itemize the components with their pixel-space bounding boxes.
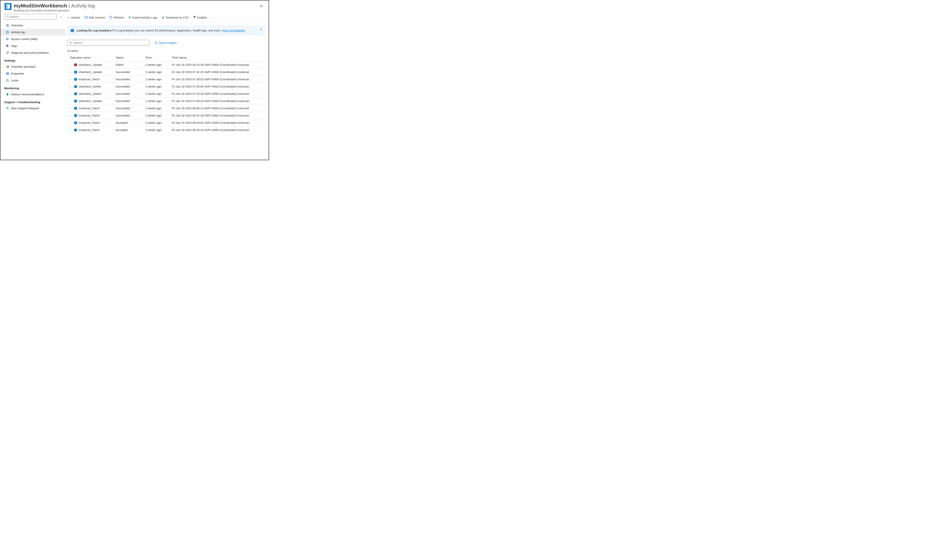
timestamp-cell: Fri Jan 20 2023 07:38:53 GMT+0000 (Coord… [172,78,265,81]
status-cell: Succeeded [116,70,145,74]
expand-row-icon[interactable]: › [70,78,74,81]
svg-rect-25 [86,16,88,17]
toolbar-more-button[interactable]: ··· [211,15,215,20]
logs-search[interactable] [67,40,149,46]
toolbar-label: Edit columns [89,16,105,19]
sidebar-search-input[interactable] [10,15,55,18]
table-row[interactable]: ›iinstances_PatchSucceeded2 weeks agoFri… [67,112,265,119]
export-logs-button[interactable]: Export Activity Logs [128,16,157,19]
quick-insights-button[interactable]: Quick Insights [154,41,177,45]
time-cell: 2 weeks ago [145,106,172,110]
table-row[interactable]: ›iinstances_PatchSucceeded2 weeks agoFri… [67,105,265,112]
timestamp-cell: Fri Jan 20 2023 06:58:13 GMT+0000 (Coord… [172,106,265,110]
status-icon: i [74,100,77,103]
banner-title: Looking for Log Analytics? [76,29,113,32]
sidebar-item-properties[interactable]: Properties [0,70,65,77]
collapse-sidebar-button[interactable]: « [60,15,62,18]
operation-name: chambers_Delete [79,85,101,88]
edit-columns-button[interactable]: Edit columns [85,16,105,19]
expand-row-icon[interactable]: › [70,63,74,66]
banner-close-button[interactable]: ✕ [260,28,262,31]
sidebar-item-label: Diagnose and solve problems [11,51,49,54]
status-icon: i [74,129,77,132]
refresh-button[interactable]: Refresh [110,16,124,19]
toolbar-label: Refresh [114,16,124,19]
status-cell: Succeeded [116,92,145,95]
sidebar-item-label: Chamber (preview) [11,65,35,68]
svg-point-13 [7,45,7,46]
title-separator: | [68,3,70,9]
sidebar-item-advisor[interactable]: Advisor recommendations [0,91,65,98]
sidebar-item-activity-log[interactable]: Activity log [0,29,65,35]
columns-icon [85,16,88,19]
lock-icon [6,79,9,82]
sidebar-item-chamber[interactable]: Chamber (preview) [0,63,65,70]
time-cell: 2 weeks ago [145,99,172,103]
col-time-header[interactable]: Time [145,56,172,59]
time-cell: 2 weeks ago [145,70,172,74]
download-csv-button[interactable]: Download as CSV [162,16,189,19]
timestamp-cell: Fri Jan 20 2023 07:41:20 GMT+0000 (Coord… [172,70,265,74]
gear-icon [128,16,131,19]
sidebar-item-label: Tags [11,44,17,48]
table-row[interactable]: ›!chambers_UpdateFailed2 weeks agoFri Ja… [67,61,265,68]
col-status-header[interactable]: Status [116,56,145,59]
status-cell: Succeeded [116,106,145,110]
sidebar-item-access-control[interactable]: Access control (IAM) [0,35,65,43]
expand-row-icon[interactable]: › [70,107,74,110]
sidebar-item-tags[interactable]: Tags [0,43,65,49]
table-row[interactable]: ›iinstances_PatchSucceeded2 weeks agoFri… [67,75,265,83]
table-row[interactable]: ›ichambers_UpdateSucceeded2 weeks agoFri… [67,97,265,105]
table-row[interactable]: ›ichambers_UpdateSucceeded2 weeks agoFri… [67,68,265,75]
svg-point-31 [69,42,71,43]
col-operation-header[interactable]: Operation name [70,56,116,59]
advisor-icon [6,93,9,96]
time-cell: 2 weeks ago [145,78,172,81]
time-cell: 2 weeks ago [145,114,172,117]
download-icon [162,16,164,19]
table-row[interactable]: ›iinstances_PatchAccepted2 weeks agoFri … [67,119,265,126]
status-icon: i [74,107,77,110]
insights-button[interactable]: Insights [193,16,207,19]
timestamp-cell: Fri Jan 20 2023 06:44:09 GMT+0000 (Coord… [172,121,265,124]
support-icon [6,106,9,110]
activity-filter-button[interactable]: Activity [67,16,80,19]
close-button[interactable]: ✕ [258,3,264,9]
expand-row-icon[interactable]: › [70,85,74,88]
expand-row-icon[interactable]: › [70,114,74,117]
expand-row-icon[interactable]: › [70,129,74,132]
table-row[interactable]: ›ichambers_DeleteSucceeded2 weeks agoFri… [67,90,265,97]
svg-rect-17 [7,72,8,75]
visit-log-analytics-link[interactable]: Visit Log Analytics [222,29,245,32]
logs-search-input[interactable] [74,41,147,45]
sidebar-item-label: Advisor recommendations [11,93,44,96]
sidebar-item-overview[interactable]: Overview [0,22,65,29]
lightbulb-icon [154,42,157,45]
page-name: Activity log [71,3,95,9]
table-header: Operation name Status Time Time stamp [67,54,265,61]
table-row[interactable]: ›iinstances_PatchAccepted2 weeks agoFri … [67,126,265,134]
sidebar-item-support[interactable]: New Support Request [0,105,65,112]
operation-name: chambers_Update [79,99,102,103]
sidebar-search[interactable] [4,14,57,20]
expand-row-icon[interactable]: › [70,121,74,124]
svg-rect-20 [7,95,8,95]
svg-rect-16 [6,72,7,75]
status-icon: i [74,114,77,117]
svg-rect-24 [85,18,85,18]
status-icon: i [74,71,77,74]
timestamp-cell: Fri Jan 20 2023 07:08:24 GMT+0000 (Coord… [172,99,265,103]
timestamp-cell: Fri Jan 20 2023 06:43:24 GMT+0000 (Coord… [172,128,265,132]
col-timestamp-header[interactable]: Time stamp [172,56,265,59]
expand-row-icon[interactable]: › [70,92,74,95]
status-cell: Succeeded [116,99,145,103]
table-row[interactable]: ›ichambers_DeleteSucceeded2 weeks agoFri… [67,83,265,90]
expand-row-icon[interactable]: › [70,71,74,74]
operation-name: instances_Patch [79,78,100,81]
sidebar-item-diagnose[interactable]: Diagnose and solve problems [0,49,65,56]
expand-row-icon[interactable]: › [70,100,74,103]
activity-log-table: Operation name Status Time Time stamp ›!… [67,54,265,134]
sidebar-item-locks[interactable]: Locks [0,77,65,84]
svg-rect-15 [8,66,9,68]
status-cell: Succeeded [116,85,145,88]
